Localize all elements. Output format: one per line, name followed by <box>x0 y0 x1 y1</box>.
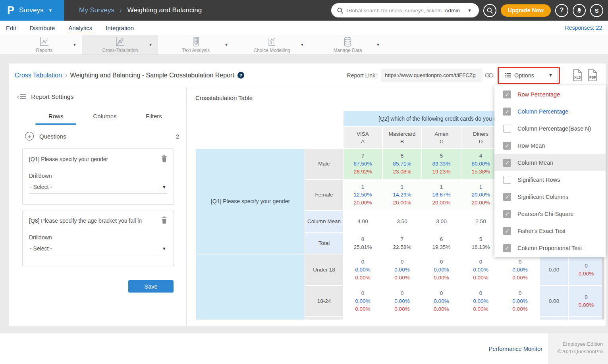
row-mean-cell: 0.00 <box>540 286 568 316</box>
data-cell: 00.00%0.00% <box>422 254 461 285</box>
toolbar-item-manage-data[interactable]: Manage Data▼ <box>310 35 386 54</box>
avatar[interactable]: S <box>590 4 603 17</box>
row-mean-cell: 0.00 <box>540 254 568 285</box>
data-cell: 00.00%0.00% <box>344 286 382 316</box>
menu-item-label: Column Percentage <box>517 108 568 115</box>
subnav-item-distribute[interactable]: Distribute <box>30 25 55 31</box>
product-switcher[interactable]: P Surveys ▼ <box>0 0 64 21</box>
menu-item-significant-columns[interactable]: ✓Significant Columns <box>494 188 606 205</box>
checkbox-checked-icon[interactable]: ✓ <box>503 142 511 150</box>
checkbox-checked-icon[interactable]: ✓ <box>503 210 511 218</box>
table-scrollbar[interactable] <box>602 258 604 320</box>
chevron-down-icon: ▼ <box>162 185 166 189</box>
toolbar-item-reports[interactable]: Reports▼ <box>6 35 82 54</box>
column-header: VISAA <box>344 127 382 148</box>
subnav-item-integration[interactable]: Integration <box>106 25 134 31</box>
menu-item-significant-rows[interactable]: Significant Rows <box>494 171 606 188</box>
questions-count: 2 <box>176 133 179 140</box>
chevron-down-icon[interactable]: ▼ <box>73 42 77 47</box>
add-question-button[interactable]: + <box>25 132 34 141</box>
chevron-down-icon[interactable]: ▼ <box>376 42 380 47</box>
options-button[interactable]: Options ▼ <box>500 69 558 82</box>
data-cell: 116.67%20.00% <box>422 180 461 210</box>
report-settings-panel: ‹ Report Settings RowsColumnsFilters + Q… <box>9 87 187 326</box>
options-highlight-annotation: Options ▼ <box>498 67 560 84</box>
breadcrumb-separator: › <box>65 72 67 79</box>
empty-cell <box>501 317 539 320</box>
delete-question-button[interactable] <box>160 216 168 225</box>
toolbar-item-choice-modelling[interactable]: Choice Modelling▼ <box>234 35 310 54</box>
drilldown-label: Drilldown <box>29 173 167 179</box>
search-submit-button[interactable] <box>483 4 496 17</box>
report-card: Cross Tabulation › Weighting and Balanci… <box>9 64 606 326</box>
checkbox-unchecked-icon[interactable] <box>503 176 511 184</box>
toolbar-item-text-analysis[interactable]: Text Analysis▼ <box>158 35 234 54</box>
menu-item-column-proportional-test[interactable]: ✓Column Proportional Test <box>494 239 606 256</box>
checkbox-checked-icon[interactable]: ✓ <box>503 159 511 167</box>
upgrade-now-button[interactable]: Upgrade Now <box>501 4 551 17</box>
menu-item-pearson-s-chi-square[interactable]: ✓Pearson's Chi-Square <box>494 205 606 222</box>
link-icon[interactable] <box>485 72 494 79</box>
export-pdf-button[interactable]: PDF <box>587 69 598 81</box>
checkbox-unchecked-icon[interactable] <box>503 125 511 133</box>
search-scope-dropdown[interactable]: ▼ <box>464 8 475 13</box>
chevron-down-icon: ▼ <box>48 8 52 13</box>
export-xls-button[interactable]: XLS <box>572 69 583 81</box>
checkbox-checked-icon[interactable]: ✓ <box>503 193 511 201</box>
toolbar-item-label: Cross-Tabulation <box>102 48 138 53</box>
drilldown-value: - Select - <box>30 245 52 252</box>
data-cell: 825.81% <box>344 233 382 254</box>
menu-item-row-mean[interactable]: ✓Row Mean <box>494 137 606 154</box>
row-label: Total <box>305 233 343 254</box>
menu-item-row-percentage[interactable]: ✓Row Percentage <box>494 86 606 103</box>
chevron-down-icon[interactable]: ▼ <box>224 42 228 47</box>
toolbar-item-cross-tabulation[interactable]: Cross-Tabulation▼ <box>82 35 158 54</box>
data-cell: 00.00%0.00% <box>461 286 500 316</box>
delete-question-button[interactable] <box>160 154 168 164</box>
data-cell: 00.00%0.00% <box>422 286 461 316</box>
search-scope-label: Admin <box>445 8 464 13</box>
row-group-label: [Q1] Please specify your gender <box>196 149 305 254</box>
tab-columns[interactable]: Columns <box>80 110 129 124</box>
performance-monitor-link[interactable]: Performance Monitor <box>489 346 542 352</box>
collapse-panel-icon[interactable]: ‹ <box>17 93 26 100</box>
menu-item-label: Column Mean <box>517 160 553 166</box>
questions-label: Questions <box>39 133 66 140</box>
tab-filters[interactable]: Filters <box>129 110 178 124</box>
help-button[interactable]: ? <box>555 4 568 17</box>
checkbox-checked-icon[interactable]: ✓ <box>503 227 511 235</box>
data-cell: 722.58% <box>383 233 421 254</box>
notifications-button[interactable] <box>573 4 586 17</box>
tab-rows[interactable]: Rows <box>31 110 80 124</box>
data-cell: 114.29%20.00% <box>383 180 421 210</box>
menu-item-label: Row Percentage <box>517 91 560 98</box>
data-cell: 112.50%20.00% <box>344 180 382 210</box>
subnav-item-analytics[interactable]: Analytics <box>68 25 92 31</box>
chevron-down-icon[interactable]: ▼ <box>300 42 304 47</box>
report-url-field[interactable] <box>381 69 483 82</box>
drilldown-select[interactable]: - Select -▼ <box>29 179 167 194</box>
total-cell: 00.00% <box>569 254 604 285</box>
checkbox-checked-icon[interactable]: ✓ <box>503 108 511 116</box>
menu-item-label: Fisher's Exact Test <box>517 228 566 234</box>
checkbox-checked-icon[interactable]: ✓ <box>503 244 511 252</box>
row-label: Female <box>305 180 343 210</box>
checkbox-checked-icon[interactable]: ✓ <box>503 91 511 98</box>
row-mean-cell <box>540 317 568 320</box>
toolbar-item-label: Reports <box>36 48 52 53</box>
settings-divider <box>22 274 174 274</box>
cross-tabulation-link[interactable]: Cross Tabulation <box>15 72 62 79</box>
search-input[interactable] <box>347 8 445 13</box>
chevron-down-icon[interactable]: ▼ <box>149 42 152 47</box>
menu-item-column-mean[interactable]: ✓Column Mean <box>494 154 606 171</box>
menu-item-fisher-s-exact-test[interactable]: ✓Fisher's Exact Test <box>494 222 606 239</box>
subnav-item-edit[interactable]: Edit <box>6 25 16 31</box>
drilldown-select[interactable]: - Select -▼ <box>29 241 167 255</box>
save-button[interactable]: Save <box>128 280 174 293</box>
menu-item-column-percentage-base-n-[interactable]: Column Percentage(Base N) <box>494 120 606 137</box>
menu-item-label: Column Proportional Test <box>517 245 582 251</box>
report-help-icon[interactable]: ? <box>237 72 244 79</box>
menu-item-column-percentage[interactable]: ✓Column Percentage <box>494 103 606 120</box>
breadcrumb-my-surveys[interactable]: My Surveys <box>79 6 114 14</box>
top-bar: P Surveys ▼ My Surveys › Weighting and B… <box>0 0 608 21</box>
